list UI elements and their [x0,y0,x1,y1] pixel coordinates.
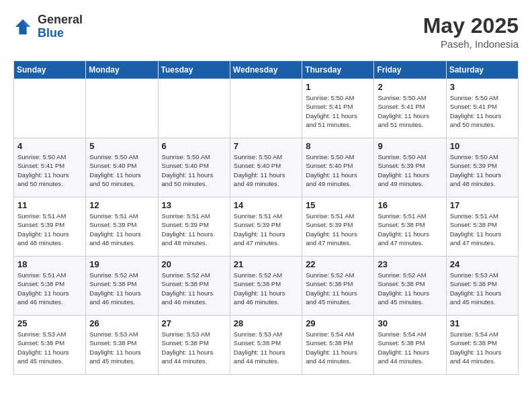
day-number: 21 [234,259,298,269]
day-info: Sunrise: 5:50 AM Sunset: 5:41 PM Dayligh… [306,93,370,129]
col-wednesday: Wednesday [230,61,302,79]
table-row: 13Sunrise: 5:51 AM Sunset: 5:39 PM Dayli… [158,197,230,257]
day-number: 10 [450,141,515,151]
table-row: 26Sunrise: 5:53 AM Sunset: 5:38 PM Dayli… [86,316,158,375]
day-info: Sunrise: 5:51 AM Sunset: 5:39 PM Dayligh… [234,212,298,247]
day-info: Sunrise: 5:51 AM Sunset: 5:38 PM Dayligh… [378,212,442,247]
col-tuesday: Tuesday [158,61,230,79]
day-number: 17 [450,200,515,210]
day-info: Sunrise: 5:53 AM Sunset: 5:38 PM Dayligh… [234,330,298,365]
days-of-week-row: Sunday Monday Tuesday Wednesday Thursday… [14,61,519,79]
day-number: 13 [162,200,226,210]
table-row: 19Sunrise: 5:52 AM Sunset: 5:38 PM Dayli… [86,257,158,316]
day-info: Sunrise: 5:50 AM Sunset: 5:39 PM Dayligh… [378,152,442,188]
day-info: Sunrise: 5:51 AM Sunset: 5:39 PM Dayligh… [162,212,226,247]
table-row: 24Sunrise: 5:53 AM Sunset: 5:38 PM Dayli… [446,257,518,316]
day-number: 6 [162,141,226,151]
table-row: 17Sunrise: 5:51 AM Sunset: 5:38 PM Dayli… [446,197,518,257]
day-info: Sunrise: 5:53 AM Sunset: 5:38 PM Dayligh… [89,330,154,365]
table-row: 28Sunrise: 5:53 AM Sunset: 5:38 PM Dayli… [230,316,302,375]
table-row: 20Sunrise: 5:52 AM Sunset: 5:38 PM Dayli… [158,257,230,316]
day-number: 23 [378,259,442,269]
day-number: 26 [89,318,154,328]
day-info: Sunrise: 5:54 AM Sunset: 5:38 PM Dayligh… [306,330,370,365]
day-number: 14 [234,200,298,210]
day-number: 30 [378,318,442,328]
day-number: 16 [378,200,442,210]
calendar-week-row: 11Sunrise: 5:51 AM Sunset: 5:39 PM Dayli… [14,197,519,257]
table-row [230,79,302,138]
table-row: 9Sunrise: 5:50 AM Sunset: 5:39 PM Daylig… [374,138,446,197]
col-saturday: Saturday [446,61,518,79]
day-number: 18 [17,259,82,269]
logo-text: General Blue [38,13,83,40]
day-info: Sunrise: 5:54 AM Sunset: 5:38 PM Dayligh… [450,330,515,365]
day-number: 27 [162,318,226,328]
day-info: Sunrise: 5:50 AM Sunset: 5:40 PM Dayligh… [234,152,298,188]
table-row: 15Sunrise: 5:51 AM Sunset: 5:39 PM Dayli… [302,197,374,257]
day-info: Sunrise: 5:52 AM Sunset: 5:38 PM Dayligh… [162,271,226,306]
logo-general-text: General [38,13,83,27]
day-info: Sunrise: 5:52 AM Sunset: 5:38 PM Dayligh… [89,271,154,306]
table-row: 10Sunrise: 5:50 AM Sunset: 5:39 PM Dayli… [446,138,518,197]
table-row: 30Sunrise: 5:54 AM Sunset: 5:38 PM Dayli… [374,316,446,375]
logo-blue-text: Blue [38,27,83,40]
table-row: 11Sunrise: 5:51 AM Sunset: 5:39 PM Dayli… [14,197,86,257]
col-sunday: Sunday [14,61,86,79]
day-number: 7 [234,141,298,151]
table-row: 7Sunrise: 5:50 AM Sunset: 5:40 PM Daylig… [230,138,302,197]
table-row: 25Sunrise: 5:53 AM Sunset: 5:38 PM Dayli… [14,316,86,375]
logo: General Blue [13,13,83,40]
table-row: 14Sunrise: 5:51 AM Sunset: 5:39 PM Dayli… [230,197,302,257]
col-friday: Friday [374,61,446,79]
day-info: Sunrise: 5:50 AM Sunset: 5:41 PM Dayligh… [378,93,442,129]
table-row: 23Sunrise: 5:52 AM Sunset: 5:38 PM Dayli… [374,257,446,316]
calendar-week-row: 4Sunrise: 5:50 AM Sunset: 5:41 PM Daylig… [14,138,519,197]
day-number: 22 [306,259,370,269]
table-row: 8Sunrise: 5:50 AM Sunset: 5:40 PM Daylig… [302,138,374,197]
day-number: 19 [89,259,154,269]
day-info: Sunrise: 5:52 AM Sunset: 5:38 PM Dayligh… [306,271,370,306]
day-number: 1 [306,82,370,92]
day-number: 31 [450,318,515,328]
day-number: 11 [17,200,82,210]
day-info: Sunrise: 5:53 AM Sunset: 5:38 PM Dayligh… [450,271,515,306]
col-thursday: Thursday [302,61,374,79]
day-number: 15 [306,200,370,210]
day-info: Sunrise: 5:51 AM Sunset: 5:39 PM Dayligh… [306,212,370,247]
table-row: 27Sunrise: 5:53 AM Sunset: 5:38 PM Dayli… [158,316,230,375]
day-number: 29 [306,318,370,328]
table-row: 4Sunrise: 5:50 AM Sunset: 5:41 PM Daylig… [14,138,86,197]
logo-icon [13,17,32,36]
col-monday: Monday [86,61,158,79]
day-number: 4 [17,141,82,151]
table-row: 12Sunrise: 5:51 AM Sunset: 5:39 PM Dayli… [86,197,158,257]
table-row [158,79,230,138]
table-row [14,79,86,138]
day-info: Sunrise: 5:52 AM Sunset: 5:38 PM Dayligh… [378,271,442,306]
day-info: Sunrise: 5:51 AM Sunset: 5:38 PM Dayligh… [450,212,515,247]
day-info: Sunrise: 5:50 AM Sunset: 5:40 PM Dayligh… [89,152,154,188]
table-row: 6Sunrise: 5:50 AM Sunset: 5:40 PM Daylig… [158,138,230,197]
day-number: 28 [234,318,298,328]
day-number: 2 [378,82,442,92]
calendar-week-row: 1Sunrise: 5:50 AM Sunset: 5:41 PM Daylig… [14,79,519,138]
table-row: 21Sunrise: 5:52 AM Sunset: 5:38 PM Dayli… [230,257,302,316]
day-number: 25 [17,318,82,328]
day-info: Sunrise: 5:53 AM Sunset: 5:38 PM Dayligh… [162,330,226,365]
calendar-body: 1Sunrise: 5:50 AM Sunset: 5:41 PM Daylig… [14,79,519,375]
day-info: Sunrise: 5:54 AM Sunset: 5:38 PM Dayligh… [378,330,442,365]
day-info: Sunrise: 5:52 AM Sunset: 5:38 PM Dayligh… [234,271,298,306]
table-row: 22Sunrise: 5:52 AM Sunset: 5:38 PM Dayli… [302,257,374,316]
calendar-table: Sunday Monday Tuesday Wednesday Thursday… [13,60,519,375]
table-row: 3Sunrise: 5:50 AM Sunset: 5:41 PM Daylig… [446,79,518,138]
day-info: Sunrise: 5:51 AM Sunset: 5:39 PM Dayligh… [89,212,154,247]
day-info: Sunrise: 5:51 AM Sunset: 5:38 PM Dayligh… [17,271,82,306]
table-row: 16Sunrise: 5:51 AM Sunset: 5:38 PM Dayli… [374,197,446,257]
table-row: 5Sunrise: 5:50 AM Sunset: 5:40 PM Daylig… [86,138,158,197]
location-text: Paseh, Indonesia [423,38,519,50]
day-number: 24 [450,259,515,269]
day-info: Sunrise: 5:50 AM Sunset: 5:41 PM Dayligh… [450,93,515,129]
day-info: Sunrise: 5:50 AM Sunset: 5:40 PM Dayligh… [306,152,370,188]
calendar-week-row: 25Sunrise: 5:53 AM Sunset: 5:38 PM Dayli… [14,316,519,375]
